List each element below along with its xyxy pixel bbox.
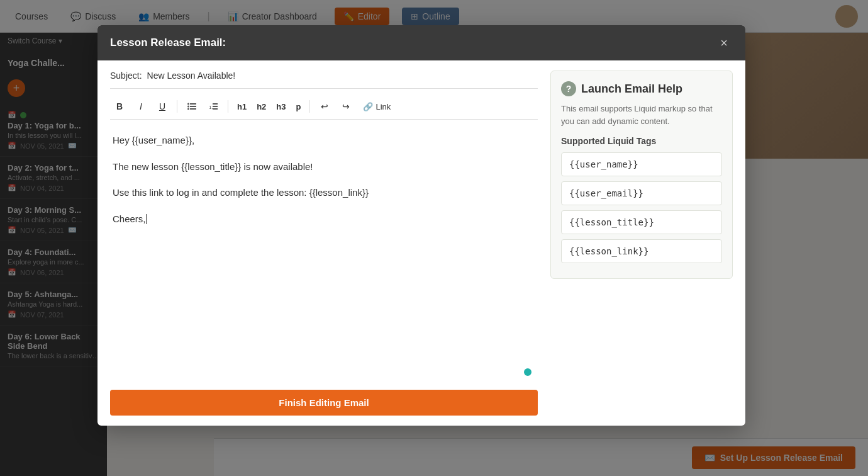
liquid-tag-user-name: {{user_name}} bbox=[561, 152, 722, 176]
teal-indicator-dot bbox=[524, 368, 531, 376]
help-description: This email supports Liquid markup so tha… bbox=[561, 103, 722, 127]
link-label: Link bbox=[376, 102, 391, 111]
svg-rect-3 bbox=[190, 106, 196, 107]
svg-point-0 bbox=[187, 103, 189, 105]
svg-rect-5 bbox=[190, 108, 196, 110]
finish-editing-email-button[interactable]: Finish Editing Email bbox=[110, 390, 538, 416]
liquid-section-title: Supported Liquid Tags bbox=[561, 136, 722, 146]
email-line-3: Use this link to log in and complete the… bbox=[113, 184, 535, 201]
italic-button[interactable]: I bbox=[131, 98, 150, 115]
svg-rect-8 bbox=[213, 106, 218, 107]
svg-rect-7 bbox=[213, 103, 218, 105]
svg-rect-1 bbox=[190, 103, 196, 105]
link-icon: 🔗 bbox=[363, 102, 373, 111]
ordered-list-button[interactable]: 1. bbox=[204, 98, 223, 115]
liquid-tag-user-email: {{user_email}} bbox=[561, 181, 722, 205]
email-toolbar: B I U 1. bbox=[110, 94, 538, 120]
svg-point-2 bbox=[187, 106, 189, 108]
email-line-4: Cheers, bbox=[113, 211, 535, 227]
svg-text:1.: 1. bbox=[209, 105, 213, 110]
help-title: Launch Email Help bbox=[581, 82, 682, 96]
liquid-tag-lesson-link: {{lesson_link}} bbox=[561, 239, 722, 263]
email-body[interactable]: Hey {{user_name}}, The new lesson {{less… bbox=[110, 127, 538, 382]
toolbar-separator bbox=[177, 100, 177, 113]
email-line-1: Hey {{user_name}}, bbox=[113, 132, 535, 149]
subject-row: Subject: New Lesson Available! bbox=[110, 71, 538, 89]
p-button[interactable]: p bbox=[292, 98, 305, 115]
subject-value: New Lesson Available! bbox=[147, 71, 236, 81]
liquid-tag-lesson-title: {{lesson_title}} bbox=[561, 210, 722, 234]
modal-body: Subject: New Lesson Available! B I U bbox=[97, 60, 745, 426]
lesson-release-email-modal: Lesson Release Email: × Subject: New Les… bbox=[97, 25, 745, 426]
svg-rect-9 bbox=[213, 108, 218, 110]
modal-title: Lesson Release Email: bbox=[110, 37, 226, 49]
toolbar-separator bbox=[228, 100, 228, 113]
email-cheers-text: Cheers, bbox=[113, 213, 146, 224]
subject-label: Subject: bbox=[110, 71, 142, 81]
email-editor: Subject: New Lesson Available! B I U bbox=[110, 71, 538, 416]
help-icon: ? bbox=[561, 81, 576, 96]
bullet-list-button[interactable] bbox=[182, 98, 201, 115]
redo-button[interactable]: ↪ bbox=[337, 98, 355, 115]
modal-header: Lesson Release Email: × bbox=[97, 25, 745, 60]
underline-button[interactable]: U bbox=[153, 98, 172, 115]
help-header: ? Launch Email Help bbox=[561, 81, 722, 96]
toolbar-separator bbox=[309, 100, 310, 113]
undo-button[interactable]: ↩ bbox=[315, 98, 334, 115]
h1-button[interactable]: h1 bbox=[233, 98, 250, 115]
link-button[interactable]: 🔗 Link bbox=[358, 98, 396, 115]
email-line-2: The new lesson {{lesson_title}} is now a… bbox=[113, 159, 535, 175]
svg-point-4 bbox=[187, 108, 189, 110]
h3-button[interactable]: h3 bbox=[272, 98, 289, 115]
text-cursor bbox=[146, 214, 147, 224]
h2-button[interactable]: h2 bbox=[253, 98, 270, 115]
bold-button[interactable]: B bbox=[110, 98, 129, 115]
modal-close-button[interactable]: × bbox=[715, 34, 733, 52]
email-help-panel: ? Launch Email Help This email supports … bbox=[550, 71, 733, 279]
